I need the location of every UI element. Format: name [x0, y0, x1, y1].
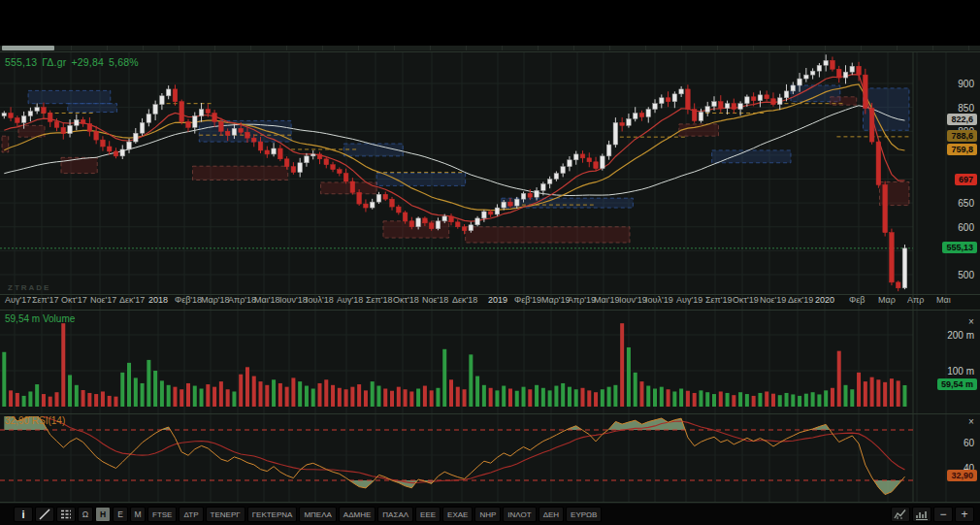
info-icon[interactable]: i [14, 507, 33, 522]
price-change-pct: 5,68% [109, 56, 139, 68]
x-axis-label: Αυγ'17 [5, 295, 31, 305]
x-axis-label: Φεβ'19 [514, 295, 541, 305]
x-axis-label: Μαρ'18 [201, 295, 230, 305]
chart-canvas[interactable] [0, 0, 980, 525]
icon-graphic [894, 508, 907, 521]
ticker-ευρωβ[interactable]: ΕΥΡΩΒ [566, 507, 602, 522]
zoom-in-icon[interactable]: + [955, 507, 974, 522]
ticker-δτρ[interactable]: ΔΤΡ [179, 507, 203, 522]
volume-pane-label: 59,54 m Volume [5, 313, 75, 324]
x-axis-label: Νοε'18 [422, 295, 448, 305]
price-tick: 500 [930, 270, 974, 280]
icon-graphic [59, 508, 73, 521]
volume-badge: 59,54 m [937, 378, 977, 390]
ticker-τενεργ[interactable]: ΤΕΝΕΡΓ [206, 507, 245, 522]
x-axis-label: Οκτ'17 [61, 295, 87, 305]
x-axis-label: Αυγ'19 [676, 295, 702, 305]
draw-line-icon[interactable] [35, 507, 54, 522]
zoom-out-icon[interactable]: − [933, 507, 953, 522]
x-axis-label: Μαι'18 [254, 295, 279, 305]
x-axis-label: Απρ'19 [568, 295, 596, 305]
x-axis-label: 2020 [815, 295, 834, 305]
x-axis-label: Ιουλ'19 [645, 295, 673, 305]
ticker-εεε[interactable]: ΕΕΕ [415, 507, 441, 522]
rsi-tick: 60 [930, 438, 974, 448]
x-axis-label: Σεπ'19 [705, 295, 733, 305]
rsi-value: 32,90 [5, 415, 29, 426]
price-badge: 788,6 [947, 130, 977, 142]
x-axis-label: Σεπ'18 [366, 295, 393, 305]
ticker-γεκτερνα[interactable]: ΓΕΚΤΕΡΝΑ [247, 507, 298, 522]
ztrade-watermark: ZTRADE [8, 283, 50, 292]
bottom-toolbar: iΩΗΕΜFTSEΔΤΡΤΕΝΕΡΓΓΕΚΤΕΡΝΑΜΠΕΛΑΑΔΜΗΕΠΑΣΑ… [0, 504, 980, 525]
quote-header: 555,13ΓΔ.gr+29,845,68% [5, 56, 144, 68]
x-axis-label: Ιουν'18 [279, 295, 308, 305]
volume-text: Volume [43, 313, 75, 324]
x-axis-label: Φεβ [849, 295, 865, 305]
x-axis-label: Νοε'19 [760, 295, 786, 305]
icon-graphic [38, 508, 51, 521]
x-axis-label: Απρ'18 [228, 295, 256, 305]
x-axis-label: Νοε'17 [90, 295, 116, 305]
price-tick: 900 [930, 79, 974, 89]
ztrade-window: 555,13ΓΔ.gr+29,845,68% ZTRADE 59,54 m Vo… [0, 0, 980, 525]
price-badge: 697 [955, 174, 977, 185]
ticker-ινλοτ[interactable]: ΙΝΛΟΤ [503, 507, 536, 522]
icon-graphic [915, 508, 929, 521]
interval-Μ[interactable]: Μ [130, 507, 146, 522]
x-axis-label: Δεκ'19 [788, 295, 813, 305]
ticker-πασαλ[interactable]: ΠΑΣΑΛ [377, 507, 413, 522]
price-badge: 822,6 [947, 114, 977, 125]
x-axis-label: Οκτ'18 [393, 295, 419, 305]
rsi-pane-close-icon[interactable]: × [965, 416, 977, 428]
x-axis-label: Αυγ'18 [337, 295, 363, 305]
x-axis-label: Σεπ'17 [32, 295, 59, 305]
x-axis-label: Ιουν'19 [619, 295, 647, 305]
interval-Ε[interactable]: Ε [113, 507, 128, 522]
volume-tick: 100 m [930, 366, 974, 377]
last-price: 555,13 [5, 56, 37, 68]
rsi-text: RSI(14) [32, 415, 65, 426]
x-axis-label: 2019 [488, 295, 507, 305]
x-axis-label: Φεβ'18 [175, 295, 202, 305]
x-axis-label: Δεκ'18 [452, 295, 477, 305]
price-badge: 555,13 [942, 242, 977, 253]
x-axis-label: Μαρ'19 [541, 295, 571, 305]
symbol-label: ΓΔ.gr [42, 56, 66, 68]
price-tick: 650 [930, 198, 974, 209]
x-axis-label: Μαρ [878, 295, 896, 305]
x-axis-label: Δεκ'17 [119, 295, 145, 305]
volume-pane-close-icon[interactable]: × [965, 316, 977, 328]
ticker-εχαε[interactable]: ΕΧΑΕ [442, 507, 473, 522]
ticker-μπελα[interactable]: ΜΠΕΛΑ [299, 507, 336, 522]
info-glyph: i [21, 509, 24, 520]
ticker-νηρ[interactable]: ΝΗΡ [474, 507, 501, 522]
interval-Ω[interactable]: Ω [78, 507, 93, 522]
ticker-ftse[interactable]: FTSE [147, 507, 177, 522]
price-tick: 600 [930, 222, 974, 233]
x-axis-label: Μαι [936, 295, 951, 305]
volume-tick: 200 m [930, 330, 974, 341]
price-badge: 759,8 [947, 144, 977, 155]
indicators-list-icon[interactable] [56, 507, 76, 522]
x-axis-label: 2018 [148, 295, 168, 305]
price-tick: 850 [930, 103, 974, 114]
ticker-δεη[interactable]: ΔΕΗ [539, 507, 564, 522]
histogram-icon[interactable] [912, 507, 931, 522]
ticker-αδμηε[interactable]: ΑΔΜΗΕ [339, 507, 376, 522]
x-axis-label: Απρ [907, 295, 924, 305]
rsi-badge: 32,90 [947, 470, 977, 481]
rsi-pane-label: 32,90 RSI(14) [5, 415, 65, 426]
x-axis-label: Μαι'19 [594, 295, 619, 305]
x-axis-label: Ιουλ'18 [306, 295, 334, 305]
price-change: +29,84 [71, 56, 104, 68]
volume-value: 59,54 m [5, 313, 40, 324]
interval-Η[interactable]: Η [95, 507, 111, 522]
x-axis-label: Οκτ'19 [733, 295, 759, 305]
line-chart-icon[interactable] [891, 507, 910, 522]
